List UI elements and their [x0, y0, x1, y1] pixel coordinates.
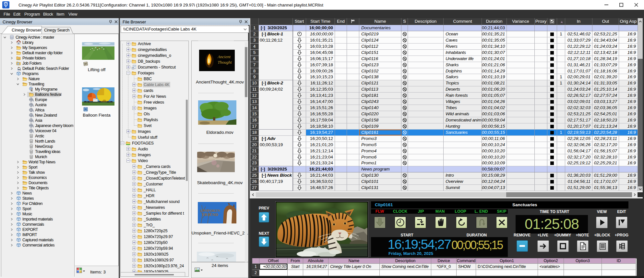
svg-text:Thought: Thought	[218, 60, 232, 65]
svg-text:FRIEND: FRIEND	[202, 212, 218, 217]
svg-text:Ancient: Ancient	[217, 54, 231, 59]
